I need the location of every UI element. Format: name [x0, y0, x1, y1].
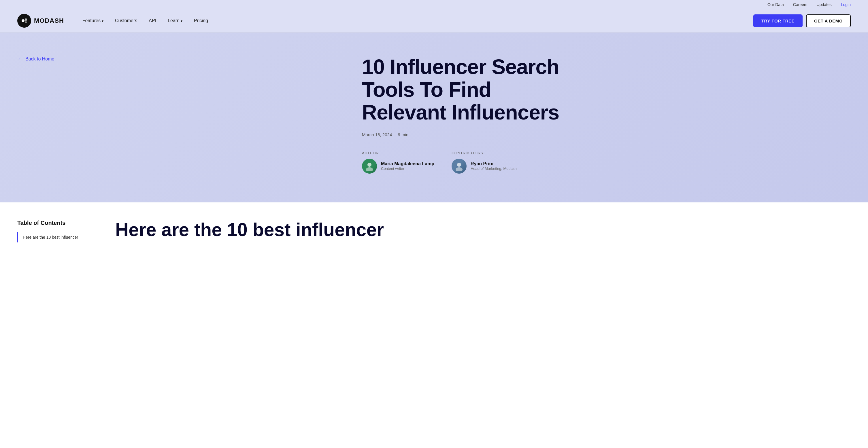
contributors-label: Contributors	[452, 151, 517, 155]
nav-features[interactable]: Features ▾	[78, 16, 108, 26]
svg-point-4	[366, 167, 373, 171]
nav-customers[interactable]: Customers	[111, 16, 142, 26]
article-read-time: 9 min	[398, 132, 408, 137]
svg-point-2	[25, 21, 27, 23]
svg-point-1	[25, 19, 27, 21]
chevron-down-icon: ▾	[181, 19, 182, 23]
back-arrow-icon: ←	[17, 56, 23, 62]
get-a-demo-button[interactable]: GET A DEMO	[806, 14, 851, 27]
article-date: March 18, 2024	[362, 132, 392, 137]
article-title: 10 Influencer Search Tools To Find Relev…	[362, 56, 564, 124]
meta-separator: ·	[394, 132, 395, 137]
back-to-home-link[interactable]: ← Back to Home	[17, 56, 54, 62]
topbar-careers[interactable]: Careers	[793, 2, 807, 7]
content-section: Table of Contents Here are the 10 best i…	[0, 202, 868, 260]
main-content: Here are the 10 best influencer	[115, 220, 851, 242]
svg-point-5	[457, 163, 461, 167]
navbar: MODASH Features ▾ Customers API Learn ▾ …	[0, 9, 868, 33]
contributor-avatar	[452, 159, 467, 174]
topbar-our-data[interactable]: Our Data	[768, 2, 784, 7]
try-for-free-button[interactable]: TRY FOR FREE	[753, 14, 803, 27]
top-bar: Our Data Careers Updates Login	[0, 0, 868, 9]
author-role: Content writer	[381, 166, 434, 171]
nav-cta: TRY FOR FREE GET A DEMO	[753, 14, 851, 27]
nav-api[interactable]: API	[144, 16, 161, 26]
article-meta: March 18, 2024 · 9 min	[362, 132, 564, 137]
nav-learn[interactable]: Learn ▾	[163, 16, 187, 26]
main-heading: Here are the 10 best influencer	[115, 220, 851, 240]
chevron-down-icon: ▾	[102, 19, 103, 23]
author-label: Author	[362, 151, 434, 155]
hero-section: ← Back to Home 10 Influencer Search Tool…	[0, 33, 868, 202]
topbar-updates[interactable]: Updates	[817, 2, 832, 7]
topbar-login[interactable]: Login	[841, 2, 851, 7]
contributor-details: Ryan Prior Head of Marketing, Modash	[471, 161, 517, 171]
logo-icon	[17, 14, 31, 28]
svg-point-3	[367, 163, 371, 167]
author-avatar	[362, 159, 377, 174]
toc-title: Table of Contents	[17, 220, 98, 226]
author-block: Author Maria Magdaleena Lamp Content wri…	[362, 151, 434, 174]
nav-links: Features ▾ Customers API Learn ▾ Pricing	[78, 16, 753, 26]
nav-pricing[interactable]: Pricing	[189, 16, 213, 26]
toc-sidebar: Table of Contents Here are the 10 best i…	[17, 220, 98, 242]
svg-point-6	[456, 167, 463, 171]
author-name: Maria Magdaleena Lamp	[381, 161, 434, 166]
toc-item[interactable]: Here are the 10 best influencer	[17, 232, 98, 242]
author-details: Maria Magdaleena Lamp Content writer	[381, 161, 434, 171]
contributor-block: Contributors Ryan Prior Head of Marketin…	[452, 151, 517, 174]
contributor-name: Ryan Prior	[471, 161, 517, 166]
hero-content: 10 Influencer Search Tools To Find Relev…	[304, 56, 564, 174]
contributor-info: Ryan Prior Head of Marketing, Modash	[452, 159, 517, 174]
logo[interactable]: MODASH	[17, 14, 64, 28]
contributor-role: Head of Marketing, Modash	[471, 166, 517, 171]
authors-row: Author Maria Magdaleena Lamp Content wri…	[362, 151, 564, 174]
author-info: Maria Magdaleena Lamp Content writer	[362, 159, 434, 174]
logo-text: MODASH	[34, 17, 64, 25]
svg-point-0	[22, 19, 25, 22]
